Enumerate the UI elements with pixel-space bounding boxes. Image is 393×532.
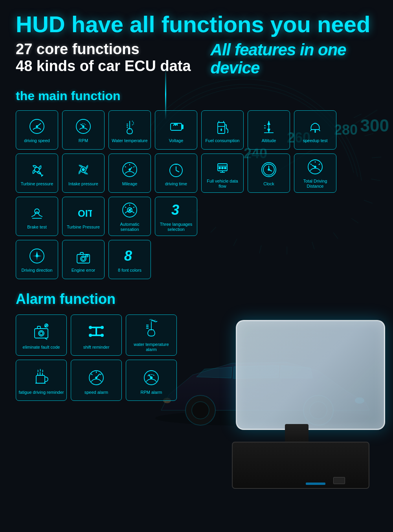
shift-icon [86,321,107,342]
func-rpm[interactable]: RPM [62,110,105,150]
func-total-distance[interactable]: Total Driving Distance [294,154,336,193]
func-clock[interactable]: Clock [248,154,290,193]
subtitle-left: 27 core functions 48 kinds of car ECU da… [16,41,191,75]
func-font-colors-label: 8 font colors [118,268,141,273]
func-data-flow[interactable]: Full vehicle data flow [201,154,244,193]
func-turbine[interactable]: Turbine pressure [16,154,58,193]
alarm-section: Alarm function [16,291,377,401]
subtitle-line2: 48 kinds of car ECU data [16,58,191,75]
func-total-distance-label: Total Driving Distance [297,179,334,189]
svg-rect-103 [86,255,88,257]
alarm-water-temp[interactable]: water temperature alarm [126,314,177,356]
speedup-icon [306,117,325,136]
page-content: HUD have all functions you need 27 core … [0,0,393,413]
svg-point-98 [36,255,38,257]
alarm-speed[interactable]: speed alarm [71,360,122,401]
svg-point-135 [151,377,152,379]
svg-point-101 [82,257,85,260]
functions-row-3: Brake test OIT Turbine Pressure [16,197,377,236]
data-flow-icon [213,157,232,176]
func-mileage-label: Mileage [122,181,138,186]
func-rpm-label: RPM [79,138,88,143]
alarm-fault-code[interactable]: eliminate fault code [16,314,67,356]
speed-alarm-icon [86,366,107,388]
svg-point-52 [82,168,84,171]
func-driving-time[interactable]: driving time [155,154,197,193]
svg-point-82 [35,209,39,214]
func-driving-speed-label: driving speed [24,138,50,143]
svg-text:OIT: OIT [78,208,92,219]
alarm-fault-code-label: eliminate fault code [23,345,60,350]
svg-point-129 [95,377,97,378]
func-speedup-label: speedup test [303,138,328,143]
func-speedup[interactable]: speedup test [294,110,336,150]
auto-sensation-icon [120,201,139,219]
svg-marker-43 [267,121,270,125]
alarm-rpm[interactable]: RPM alarm [126,360,177,401]
svg-line-57 [134,166,135,167]
svg-line-88 [133,207,134,208]
alarm-row-2: fatigue driving reminder [16,360,377,401]
mileage-icon [120,160,139,179]
func-font-colors[interactable]: 8 8 font colors [108,240,151,279]
fuel-icon [213,117,232,136]
languages-icon: 3 [167,201,185,219]
water-alarm-icon [141,318,162,340]
svg-point-116 [101,326,104,329]
brake-icon [28,203,46,222]
total-distance-icon [306,157,325,176]
func-voltage[interactable]: Voltage [155,110,197,150]
hud-stand [285,424,309,444]
svg-rect-34 [182,125,183,129]
func-engine[interactable]: Engine error [62,240,105,279]
svg-line-80 [319,164,320,165]
svg-point-107 [40,332,43,335]
water-temp-icon [120,117,139,136]
svg-rect-66 [219,167,220,169]
functions-row-1: driving speed RPM [16,110,377,150]
intake-icon [74,160,93,179]
func-voltage-label: Voltage [169,138,184,143]
subtitle-line1: 27 core functions [16,41,191,58]
func-oit-label: Turbine Pressure [67,225,100,230]
functions-row-2: Turbine pressure Intake pressure [16,154,377,193]
func-mileage[interactable]: Mileage [108,154,151,193]
func-languages[interactable]: 3 Three languages selection [155,197,197,236]
func-clock-label: Clock [263,181,274,186]
func-languages-label: Three languages selection [158,222,195,232]
rpm-icon [74,117,93,136]
func-compass[interactable]: Driving direction [16,240,58,279]
font-colors-icon: 8 [120,247,139,265]
func-intake[interactable]: Intake pressure [62,154,105,193]
func-altitude-label: Altitude [262,138,276,143]
voltage-icon [167,117,185,136]
alarm-shift[interactable]: shift reminder [71,314,122,356]
func-altitude[interactable]: Altitude [248,110,290,150]
svg-line-48 [310,130,311,131]
func-intake-label: Intake pressure [68,181,98,186]
alarm-rpm-label: RPM alarm [140,390,162,395]
driving-time-icon [167,160,185,179]
all-features-text: All features in one device [211,41,377,77]
func-fuel-label: Fuel consumption [206,138,240,143]
func-auto-sensation[interactable]: Automatic sensation [108,197,151,236]
func-driving-speed[interactable]: driving speed [16,110,58,150]
svg-line-58 [125,166,126,167]
rpm-alarm-icon [141,366,162,388]
func-brake[interactable]: Brake test [16,197,58,236]
svg-rect-108 [37,326,40,329]
svg-point-78 [314,166,316,168]
func-auto-sensation-label: Automatic sensation [111,222,149,232]
func-brake-label: Brake test [27,225,47,230]
hud-base [232,442,369,489]
svg-text:8: 8 [124,248,132,264]
alarm-fatigue-label: fatigue driving reminder [19,390,64,395]
alarm-fatigue[interactable]: fatigue driving reminder [16,360,67,401]
func-oit[interactable]: OIT Turbine Pressure [62,197,105,236]
svg-point-50 [35,167,39,172]
svg-rect-67 [222,167,223,169]
func-water-temp[interactable]: Water temperature [108,110,151,150]
func-fuel[interactable]: Fuel consumption [201,110,244,150]
svg-point-106 [39,331,44,336]
subtitle-block: 27 core functions 48 kinds of car ECU da… [16,41,377,77]
